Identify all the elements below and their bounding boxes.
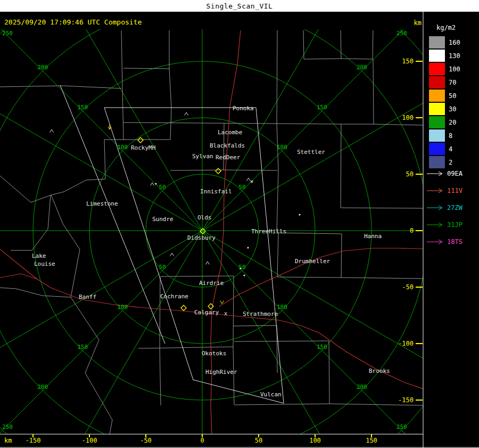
radar-site-marker <box>138 137 143 143</box>
asterisk-marker: * <box>250 179 253 186</box>
bottom-axis-label: -50 <box>140 437 152 444</box>
county-boundary-line <box>161 276 234 276</box>
ring-distance-label: 200 <box>37 64 48 71</box>
place-label: Stettler <box>297 149 325 156</box>
right-axis-label: -50 <box>402 283 414 291</box>
coverage-boundary-line <box>104 108 284 403</box>
bottom-axis-label: 100 <box>309 437 321 444</box>
place-label: Brooks <box>369 368 390 374</box>
county-boundary-line <box>341 278 423 279</box>
place-label: Sundre <box>152 216 174 223</box>
cell-dot-marker <box>243 274 245 276</box>
azimuth-spoke <box>0 5 202 231</box>
county-boundary-line <box>0 288 71 297</box>
county-boundary-line <box>233 347 234 405</box>
caret-marker <box>206 262 210 265</box>
place-label: Banff <box>79 294 96 300</box>
place-label: Innisfail <box>200 188 232 195</box>
azimuth-spoke <box>202 0 362 231</box>
place-label: Ponoka <box>233 105 254 112</box>
ring-distance-label: 150 <box>77 104 88 111</box>
ring-distance-label: 100 <box>277 144 287 151</box>
county-boundary-line <box>277 30 278 233</box>
right-axis-label: 150 <box>402 58 414 65</box>
station-label: 09EA <box>447 170 463 177</box>
scan-timestamp: 2025/09/20 17:09:46 UTC Composite <box>4 18 142 26</box>
county-boundary-line <box>138 347 233 348</box>
place-label: Didsbury <box>187 234 216 241</box>
county-boundary-line <box>0 176 31 202</box>
legend-swatch <box>429 116 445 128</box>
ring-distance-label: 200 <box>37 384 48 390</box>
radar-site-marker <box>181 305 186 311</box>
place-label: Cochrane <box>160 293 188 300</box>
place-label: Limestone <box>86 200 118 207</box>
legend-swatch <box>429 89 445 102</box>
county-boundary-line <box>51 180 86 195</box>
legend-value: 100 <box>449 66 460 73</box>
map-area: 5010015020025050100150200250501001502002… <box>0 0 479 448</box>
place-label: Olds <box>197 214 212 221</box>
azimuth-spoke <box>202 5 428 231</box>
ring-distance-label: 150 <box>77 344 88 351</box>
county-boundary-line <box>303 30 341 59</box>
county-boundary-line <box>86 140 105 180</box>
legend-value: 8 <box>449 132 452 140</box>
county-boundary-line <box>170 170 277 170</box>
ring-distance-label: 50 <box>238 264 245 271</box>
place-label: ThreeHills <box>251 228 286 235</box>
ring-distance-label: 50 <box>159 264 166 271</box>
county-boundary-line <box>341 234 342 278</box>
place-label: Lake <box>32 252 46 259</box>
station-label: 111V <box>447 187 463 194</box>
legend-value: 20 <box>449 119 456 126</box>
ring-distance-label: 250 <box>397 423 407 430</box>
station-label: 31JP <box>447 221 463 229</box>
ring-distance-label: 150 <box>317 344 327 351</box>
bottom-axis-label: 150 <box>366 437 377 444</box>
caret-marker <box>50 129 54 133</box>
ring-distance-label: 100 <box>117 304 128 311</box>
place-label: Calgary <box>194 309 219 316</box>
place-label: Vulcan <box>260 391 282 398</box>
ring-distance-label: 50 <box>159 184 166 191</box>
county-boundary-line <box>341 30 373 59</box>
place-label: RockyMH <box>131 144 155 151</box>
legend-swatch <box>429 36 445 48</box>
x-marker: x <box>224 311 227 316</box>
radar-site-marker <box>216 168 221 174</box>
legend-value: 160 <box>449 39 460 46</box>
county-boundary-line <box>160 347 161 405</box>
place-label: Drumheller <box>295 258 331 265</box>
legend-swatch <box>429 103 445 115</box>
county-boundary-line <box>277 233 341 278</box>
county-boundary-line <box>123 68 169 69</box>
bottom-axis-label: 50 <box>255 437 262 444</box>
window-titlebar[interactable]: Single_Scan_VIL <box>0 0 479 12</box>
place-label: Hanna <box>364 233 382 240</box>
place-label: Strathmore <box>243 311 278 317</box>
window-title: Single_Scan_VIL <box>207 2 273 10</box>
county-boundary-line <box>169 30 171 140</box>
cell-dot-marker <box>299 214 300 215</box>
azimuth-spoke <box>202 231 362 448</box>
legend-swatch <box>429 156 445 168</box>
ring-distance-label: 250 <box>397 30 407 37</box>
right-axis-label: 100 <box>402 114 414 121</box>
ring-distance-label: 150 <box>317 104 327 111</box>
station-label: 27ZW <box>447 204 463 211</box>
county-boundary-line <box>277 233 342 234</box>
cell-dot-marker <box>240 267 241 269</box>
radar-map-canvas: 5010015020025050100150200250501001502002… <box>0 0 479 448</box>
legend-swatch <box>429 143 445 155</box>
legend-swatch <box>429 50 445 62</box>
range-ring <box>0 0 479 448</box>
caret-marker <box>151 183 154 186</box>
ring-distance-label: 200 <box>357 64 367 71</box>
legend-swatch <box>429 129 445 142</box>
legend-value: 130 <box>449 52 460 60</box>
place-label: Sylvan <box>192 153 213 160</box>
place-label: RedDeer <box>216 154 241 161</box>
cell-dot-marker <box>155 183 156 184</box>
ring-distance-label: 200 <box>357 384 367 390</box>
